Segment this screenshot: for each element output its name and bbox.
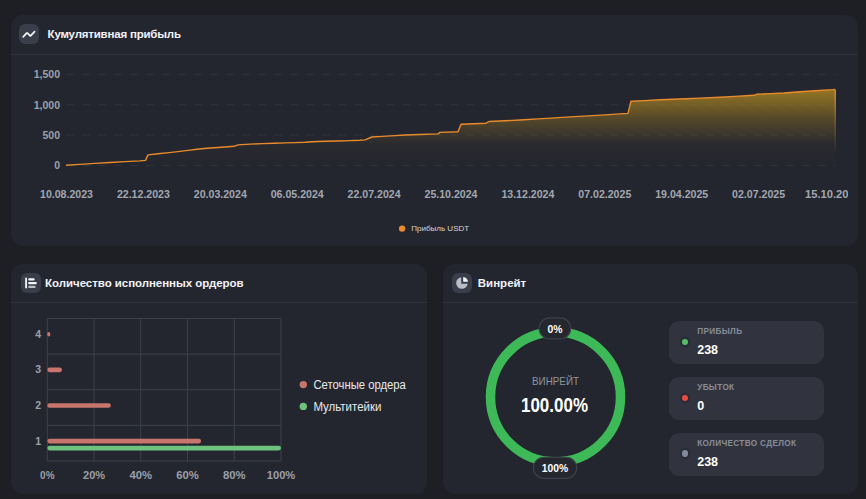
- svg-text:15.10.2025: 15.10.2025: [805, 188, 848, 200]
- svg-text:1,500: 1,500: [34, 68, 60, 80]
- svg-text:3: 3: [35, 363, 41, 375]
- svg-text:500: 500: [42, 129, 60, 141]
- svg-text:100.00%: 100.00%: [521, 393, 588, 415]
- svg-text:60%: 60%: [176, 469, 199, 481]
- svg-text:Сеточные ордера: Сеточные ордера: [313, 377, 406, 391]
- svg-text:4: 4: [35, 327, 41, 339]
- svg-text:0: 0: [54, 159, 60, 171]
- svg-text:0%: 0%: [40, 469, 55, 481]
- svg-text:Мультитейки: Мультитейки: [313, 399, 381, 413]
- svg-text:22.07.2024: 22.07.2024: [348, 188, 402, 200]
- svg-text:07.02.2025: 07.02.2025: [578, 188, 631, 200]
- svg-text:2: 2: [35, 399, 41, 411]
- svg-text:25.10.2024: 25.10.2024: [425, 188, 479, 200]
- svg-text:80%: 80%: [223, 469, 246, 481]
- svg-text:1,000: 1,000: [34, 99, 60, 111]
- svg-text:02.07.2025: 02.07.2025: [732, 188, 785, 200]
- svg-text:20.03.2024: 20.03.2024: [194, 188, 248, 200]
- svg-text:100%: 100%: [267, 469, 296, 481]
- svg-text:19.04.2025: 19.04.2025: [655, 188, 708, 200]
- svg-text:22.12.2023: 22.12.2023: [117, 188, 170, 200]
- svg-text:1: 1: [35, 434, 41, 446]
- svg-text:Прибыль USDT: Прибыль USDT: [411, 224, 469, 233]
- svg-text:13.12.2024: 13.12.2024: [501, 188, 555, 200]
- svg-text:40%: 40%: [129, 469, 152, 481]
- svg-text:0%: 0%: [548, 322, 563, 334]
- svg-text:20%: 20%: [83, 469, 106, 481]
- svg-text:10.08.2023: 10.08.2023: [40, 188, 93, 200]
- svg-text:06.05.2024: 06.05.2024: [271, 188, 325, 200]
- svg-text:100%: 100%: [542, 462, 569, 474]
- svg-text:ВИНРЕЙТ: ВИНРЕЙТ: [532, 374, 579, 386]
